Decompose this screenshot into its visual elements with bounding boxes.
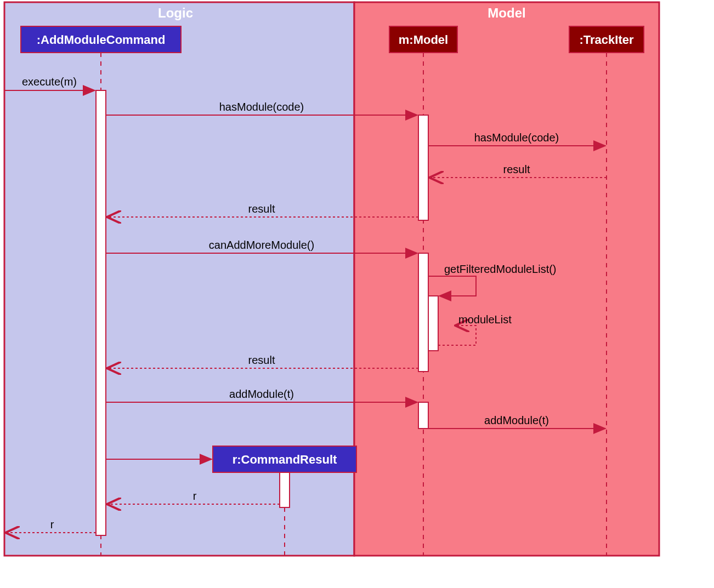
logic-region-label: Logic: [158, 5, 193, 20]
msg-addmodule2-label: addModule(t): [484, 414, 549, 426]
msg-return-r1-label: r: [193, 490, 197, 502]
msg-execute-label: execute(m): [22, 76, 77, 88]
msg-result1-label: result: [503, 163, 530, 175]
command-result-label: r:CommandResult: [233, 453, 337, 466]
model-label: m:Model: [399, 33, 448, 47]
activation-model-1: [418, 115, 428, 220]
msg-getfiltered-label: getFilteredModuleList(): [444, 263, 557, 275]
trackiter-label: :TrackIter: [579, 33, 633, 47]
msg-result3-label: result: [248, 354, 275, 366]
activation-model-2: [418, 253, 428, 372]
activation-model-3: [418, 402, 428, 429]
activation-model-2b: [428, 296, 438, 351]
add-module-command-label: :AddModuleCommand: [37, 33, 166, 47]
msg-modulelist-label: moduleList: [458, 313, 512, 326]
msg-hasmodule1-label: hasModule(code): [219, 101, 304, 113]
activation-addmodulecommand: [96, 90, 106, 535]
msg-return-r2-label: r: [50, 518, 54, 530]
msg-result2-label: result: [248, 203, 275, 215]
msg-hasmodule2-label: hasModule(code): [474, 132, 559, 144]
sequence-diagram: Logic Model :AddModuleCommand r:CommandR…: [0, 0, 714, 588]
msg-canaddmore-label: canAddMoreModule(): [209, 239, 314, 251]
model-region: [354, 2, 659, 556]
activation-commandresult: [280, 472, 290, 507]
model-region-label: Model: [488, 5, 525, 20]
msg-addmodule1-label: addModule(t): [229, 388, 294, 400]
